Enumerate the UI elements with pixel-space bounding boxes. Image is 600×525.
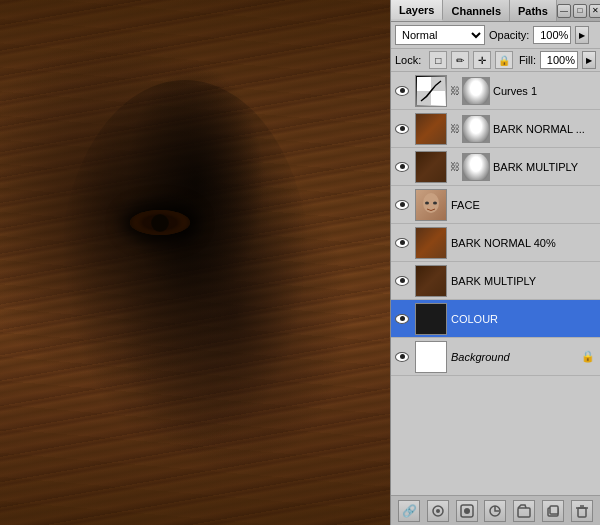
svg-rect-4 <box>431 91 445 105</box>
layer-mask-bark-normal <box>462 115 490 143</box>
layer-eye-bark-normal40[interactable] <box>393 234 411 252</box>
opacity-input[interactable] <box>533 26 571 44</box>
layer-item-bark-normal[interactable]: ⛓ BARK NORMAL ... <box>391 110 600 148</box>
eye-icon <box>395 124 409 134</box>
delete-button[interactable] <box>571 500 593 522</box>
layer-eye-background[interactable] <box>393 348 411 366</box>
thumb-face-visual <box>416 190 446 220</box>
panel-bottom-toolbar: 🔗 <box>391 495 600 525</box>
layer-lock-icon: 🔒 <box>581 350 595 363</box>
eye-icon <box>395 238 409 248</box>
eye-icon <box>395 314 409 324</box>
svg-rect-16 <box>578 508 586 517</box>
layer-eye-bark-multiply2[interactable] <box>393 272 411 290</box>
eye-icon <box>395 352 409 362</box>
layer-thumb-face <box>415 189 447 221</box>
tree-texture <box>0 0 390 525</box>
layer-thumb-bark-normal40 <box>415 227 447 259</box>
layer-eye-bark-multiply1[interactable] <box>393 158 411 176</box>
svg-rect-13 <box>518 508 530 517</box>
tab-paths[interactable]: Paths <box>510 0 557 21</box>
blend-mode-select[interactable]: Normal Multiply Screen Overlay <box>395 25 485 45</box>
canvas-area <box>0 0 390 525</box>
window-controls: — □ ✕ <box>557 0 600 21</box>
close-button[interactable]: ✕ <box>589 4 600 18</box>
opacity-arrow[interactable]: ▶ <box>575 26 589 44</box>
layers-panel: Layers Channels Paths — □ ✕ Normal Multi… <box>390 0 600 525</box>
lock-row: Lock: □ ✏ ✛ 🔒 Fill: ▶ <box>391 49 600 72</box>
svg-point-9 <box>436 509 440 513</box>
opacity-label: Opacity: <box>489 29 529 41</box>
svg-rect-1 <box>417 77 431 91</box>
link-button[interactable]: 🔗 <box>398 500 420 522</box>
style-button[interactable] <box>427 500 449 522</box>
layer-thumb-background <box>415 341 447 373</box>
lock-transparent-button[interactable]: □ <box>429 51 447 69</box>
layer-name-face: FACE <box>449 199 598 211</box>
layer-name-colour: COLOUR <box>449 313 598 325</box>
layer-item-bark-multiply2[interactable]: BARK MULTIPLY <box>391 262 600 300</box>
face-shadow <box>60 80 310 460</box>
layer-mask-bark-multiply1 <box>462 153 490 181</box>
thumb-bark-visual2 <box>416 228 446 258</box>
layer-item-colour[interactable]: COLOUR <box>391 300 600 338</box>
lock-position-button[interactable]: ✛ <box>473 51 491 69</box>
svg-rect-15 <box>550 506 558 514</box>
layer-name-background: Background <box>449 351 581 363</box>
adjustment-button[interactable] <box>484 500 506 522</box>
lock-label: Lock: <box>395 54 421 66</box>
layer-eye-bark-normal[interactable] <box>393 120 411 138</box>
fill-input[interactable] <box>540 51 578 69</box>
layer-name-bark-normal: BARK NORMAL ... <box>491 123 598 135</box>
blend-row: Normal Multiply Screen Overlay Opacity: … <box>391 22 600 49</box>
minimize-button[interactable]: — <box>557 4 571 18</box>
eye-icon <box>395 276 409 286</box>
layer-thumb-bark-normal <box>415 113 447 145</box>
layer-thumb-curves1 <box>415 75 447 107</box>
layer-eye-colour[interactable] <box>393 310 411 328</box>
panel-titlebar: Layers Channels Paths — □ ✕ <box>391 0 600 22</box>
layer-item-bark-multiply1[interactable]: ⛓ BARK MULTIPLY <box>391 148 600 186</box>
layer-item-bark-normal40[interactable]: BARK NORMAL 40% <box>391 224 600 262</box>
tab-layers[interactable]: Layers <box>391 0 443 21</box>
layer-item-face[interactable]: FACE <box>391 186 600 224</box>
layer-name-bark-normal40: BARK NORMAL 40% <box>449 237 598 249</box>
layer-eye-face[interactable] <box>393 196 411 214</box>
mask-button[interactable] <box>456 500 478 522</box>
lock-pixels-button[interactable]: ✏ <box>451 51 469 69</box>
layer-name-bark-multiply2: BARK MULTIPLY <box>449 275 598 287</box>
app-window: Layers Channels Paths — □ ✕ Normal Multi… <box>0 0 600 525</box>
fill-arrow[interactable]: ▶ <box>582 51 596 69</box>
layer-thumb-bark-multiply2 <box>415 265 447 297</box>
thumb-curves-visual <box>416 76 446 106</box>
mask-face-visual3 <box>463 153 489 181</box>
fill-label: Fill: <box>519 54 536 66</box>
eye-icon <box>395 200 409 210</box>
layers-list: ⛓ Curves 1 ⛓ BARK NORMAL ... <box>391 72 600 495</box>
layer-name-bark-multiply1: BARK MULTIPLY <box>491 161 598 173</box>
svg-point-6 <box>425 201 429 204</box>
layer-mask-curves1 <box>462 77 490 105</box>
lock-all-button[interactable]: 🔒 <box>495 51 513 69</box>
group-button[interactable] <box>513 500 535 522</box>
thumb-bark-dark-visual2 <box>416 266 446 296</box>
svg-point-7 <box>433 201 437 204</box>
tab-channels[interactable]: Channels <box>443 0 510 21</box>
thumb-colour-visual <box>416 304 446 334</box>
chain-icon: ⛓ <box>450 123 460 134</box>
svg-point-11 <box>464 508 470 514</box>
layer-item-background[interactable]: Background 🔒 <box>391 338 600 376</box>
eye-icon <box>395 86 409 96</box>
mask-face-visual2 <box>463 115 489 143</box>
layer-eye-curves1[interactable] <box>393 82 411 100</box>
chain-icon: ⛓ <box>450 85 460 96</box>
thumb-bark-dark-visual <box>416 152 446 182</box>
tree-eye <box>130 210 190 235</box>
layer-name-curves1: Curves 1 <box>491 85 598 97</box>
chain-icon: ⛓ <box>450 161 460 172</box>
new-layer-button[interactable] <box>542 500 564 522</box>
maximize-button[interactable]: □ <box>573 4 587 18</box>
layer-item-curves1[interactable]: ⛓ Curves 1 <box>391 72 600 110</box>
thumb-bg-visual <box>416 342 446 372</box>
mask-face-visual <box>463 77 489 105</box>
